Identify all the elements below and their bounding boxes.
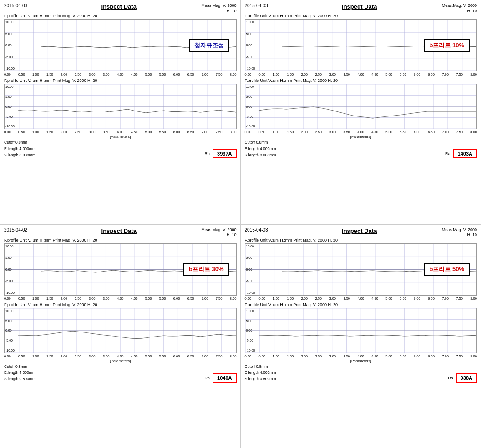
second-chart-section: F.profile Unit V.:um H.:mm Print Mag. V.… — [4, 302, 237, 353]
inspect-title: Inspect Data — [36, 227, 201, 234]
bottom-row: Cutoff 0.8mmE.length 4.000mmS.length 0.8… — [4, 140, 237, 158]
chart-2: 10.005.000.00-5.00-10.00 — [4, 84, 237, 129]
cutoff-info: Cutoff 0.8mmE.length 4.000mmS.length 0.8… — [4, 364, 35, 383]
label-box: b프리트 50% — [424, 263, 470, 276]
ra-label: Ra — [205, 376, 210, 380]
meas-info: Meas.Mag. V. 2000H. 10 — [201, 3, 236, 14]
inspect-title: Inspect Data — [277, 227, 442, 234]
date-label: 2015-04-03 — [245, 3, 268, 8]
page: 2015-04-03Inspect DataMeas.Mag. V. 2000H… — [0, 0, 481, 448]
label-box: b프리트 30% — [183, 263, 229, 276]
panel-4: 2015-04-03Inspect DataMeas.Mag. V. 2000H… — [241, 224, 481, 448]
label-box: b프리트 10% — [424, 39, 470, 52]
bottom-row: Cutoff 0.8mmE.length 4.000mmS.length 0.8… — [4, 364, 237, 383]
chart-1: 10.005.000.00-5.00-10.00b프리트 10% — [245, 19, 477, 71]
f-profile-line: F.profile Unit V.:um H.:mm Print Mag. V.… — [4, 238, 237, 242]
meas-info: Meas.Mag. V. 2000H. 10 — [201, 227, 236, 238]
ra-label: Ra — [445, 151, 451, 156]
ra-value-box: 3937A — [213, 149, 236, 158]
panel-2: 2015-04-03Inspect DataMeas.Mag. V. 2000H… — [241, 0, 481, 224]
chart-2: 10.005.000.00-5.00-10.00 — [4, 308, 237, 353]
f-profile-line: F.profile Unit V.:um H.:mm Print Mag. V.… — [245, 238, 477, 242]
chart-2: 10.005.000.00-5.00-10.00 — [245, 84, 477, 129]
chart-1: 10.005.000.00-5.00-10.00b프리트 30% — [4, 243, 237, 296]
f-profile-line-2: F.profile Unit V.:um H.:mm Print Mag. V.… — [4, 302, 237, 307]
ra-section: Ra3937A — [205, 149, 237, 158]
panel-3: 2015-04-02Inspect DataMeas.Mag. V. 2000H… — [0, 224, 241, 448]
ra-value-box: 1403A — [453, 149, 477, 158]
cutoff-info: Cutoff 0.8mmE.length 4.000mmS.length 0.8… — [4, 140, 35, 158]
date-label: 2015-04-03 — [4, 3, 27, 8]
inspect-title: Inspect Data — [36, 3, 201, 10]
second-chart-section: F.profile Unit V.:um H.:mm Print Mag. V.… — [245, 302, 477, 353]
params-label: [Parameters] — [4, 135, 237, 139]
date-label: 2015-04-03 — [245, 227, 268, 232]
ra-value-box: 938A — [456, 373, 477, 383]
date-label: 2015-04-02 — [4, 227, 27, 232]
f-profile-line-2: F.profile Unit V.:um H.:mm Print Mag. V.… — [4, 78, 237, 83]
chart-1: 10.005.000.00-5.00-10.00청자유조성 — [4, 19, 237, 71]
cutoff-info: Cutoff 0.8mmE.length 4.000mmS.length 0.8… — [245, 364, 276, 383]
ra-section: Ra1403A — [445, 149, 477, 158]
meas-info: Meas.Mag. V. 2000H. 10 — [442, 227, 477, 238]
ra-label: Ra — [448, 376, 453, 380]
ra-section: Ra938A — [448, 373, 477, 383]
params-label: [Parameters] — [245, 135, 477, 139]
bottom-row: Cutoff 0.8mmE.length 4.000mmS.length 0.8… — [245, 140, 477, 158]
second-chart-section: F.profile Unit V.:um H.:mm Print Mag. V.… — [4, 78, 237, 129]
meas-info: Meas.Mag. V. 2000H. 10 — [442, 3, 477, 14]
cutoff-info: Cutoff 0.8mmE.length 4.000mmS.length 0.8… — [245, 140, 276, 158]
second-chart-section: F.profile Unit V.:um H.:mm Print Mag. V.… — [245, 78, 477, 129]
chart-2: 10.005.000.00-5.00-10.00 — [245, 308, 477, 353]
bottom-row: Cutoff 0.8mmE.length 4.000mmS.length 0.8… — [245, 364, 477, 383]
label-box: 청자유조성 — [189, 39, 229, 52]
f-profile-line: F.profile Unit V.:um H.:mm Print Mag. V.… — [4, 14, 237, 18]
params-label: [Parameters] — [4, 359, 237, 363]
f-profile-line-2: F.profile Unit V.:um H.:mm Print Mag. V.… — [245, 302, 477, 307]
ra-section: Ra1040A — [205, 373, 237, 383]
ra-label: Ra — [205, 151, 210, 156]
f-profile-line-2: F.profile Unit V.:um H.:mm Print Mag. V.… — [245, 78, 477, 83]
params-label: [Parameters] — [245, 359, 477, 363]
panel-1: 2015-04-03Inspect DataMeas.Mag. V. 2000H… — [0, 0, 241, 224]
f-profile-line: F.profile Unit V.:um H.:mm Print Mag. V.… — [245, 14, 477, 18]
chart-1: 10.005.000.00-5.00-10.00b프리트 50% — [245, 243, 477, 296]
ra-value-box: 1040A — [213, 373, 236, 383]
inspect-title: Inspect Data — [277, 3, 442, 10]
